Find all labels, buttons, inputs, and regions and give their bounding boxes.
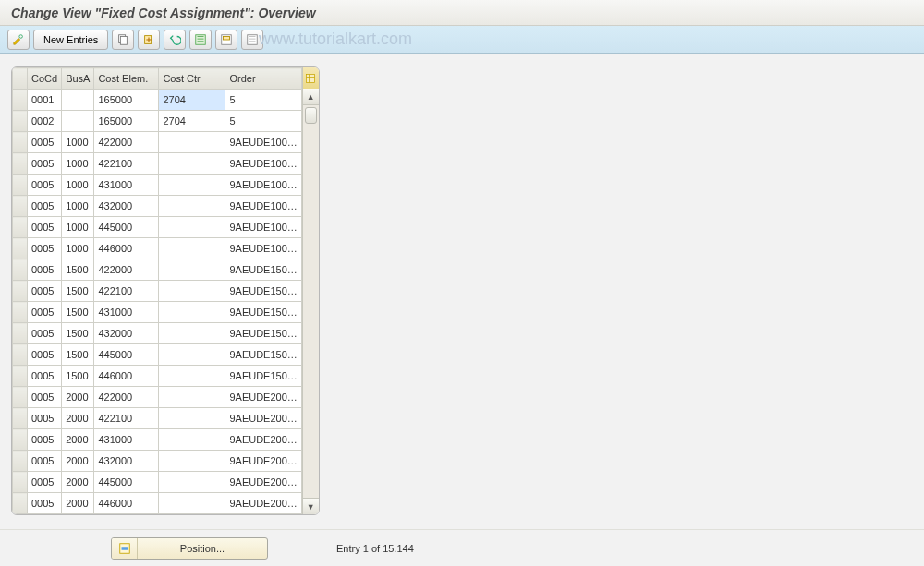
deselect-all-button[interactable] (241, 30, 263, 50)
cell-cctr[interactable] (159, 344, 225, 366)
vertical-scrollbar[interactable]: ▲ ▼ (302, 89, 319, 514)
cell-busa[interactable]: 1500 (62, 366, 94, 387)
cell-elem[interactable]: 165000 (94, 111, 159, 132)
cell-cocd[interactable]: 0005 (28, 366, 62, 387)
cell-order[interactable]: 9AEUDE200… (225, 429, 301, 451)
cell-cocd[interactable]: 0005 (28, 175, 62, 196)
row-selector[interactable] (13, 472, 28, 493)
cell-elem[interactable]: 431000 (94, 302, 159, 323)
cell-cctr[interactable] (159, 302, 225, 323)
cell-cocd[interactable]: 0005 (28, 281, 62, 302)
cell-elem[interactable]: 422100 (94, 153, 159, 175)
cell-busa[interactable]: 1000 (62, 196, 94, 217)
cell-elem[interactable]: 422000 (94, 387, 159, 408)
table-config-button[interactable] (302, 67, 319, 89)
cell-cocd[interactable]: 0005 (28, 493, 62, 514)
cell-busa[interactable]: 1000 (62, 153, 94, 175)
cell-elem[interactable]: 432000 (94, 451, 159, 472)
cell-busa[interactable]: 2000 (62, 493, 94, 514)
cell-busa[interactable]: 2000 (62, 429, 94, 451)
table-row[interactable]: 000520004220009AEUDE200… (13, 387, 302, 408)
cell-elem[interactable]: 445000 (94, 217, 159, 238)
cell-busa[interactable]: 1500 (62, 281, 94, 302)
cell-cocd[interactable]: 0005 (28, 132, 62, 153)
row-selector[interactable] (13, 111, 28, 132)
cell-busa[interactable]: 2000 (62, 451, 94, 472)
cell-elem[interactable]: 446000 (94, 366, 159, 387)
row-selector[interactable] (13, 281, 28, 302)
new-entries-button[interactable]: New Entries (33, 30, 108, 50)
table-row[interactable]: 000520004450009AEUDE200… (13, 472, 302, 493)
row-selector[interactable] (13, 196, 28, 217)
cell-cctr[interactable] (159, 387, 225, 408)
cell-elem[interactable]: 446000 (94, 493, 159, 514)
cell-busa[interactable]: 1000 (62, 132, 94, 153)
cell-order[interactable]: 5 (225, 90, 301, 111)
cell-order[interactable]: 9AEUDE100… (225, 153, 301, 175)
cell-elem[interactable]: 422100 (94, 408, 159, 429)
row-selector[interactable] (13, 153, 28, 175)
cell-busa[interactable] (62, 111, 94, 132)
row-selector[interactable] (13, 387, 28, 408)
cell-busa[interactable]: 2000 (62, 387, 94, 408)
row-selector[interactable] (13, 259, 28, 281)
cell-cocd[interactable]: 0005 (28, 259, 62, 281)
table-row[interactable]: 000510004320009AEUDE100… (13, 196, 302, 217)
table-row[interactable]: 000510004221009AEUDE100… (13, 153, 302, 175)
cell-cocd[interactable]: 0005 (28, 323, 62, 344)
cell-order[interactable]: 9AEUDE200… (225, 387, 301, 408)
cell-elem[interactable]: 431000 (94, 175, 159, 196)
scroll-up-button[interactable]: ▲ (303, 89, 319, 105)
table-row[interactable]: 000515004310009AEUDE150… (13, 302, 302, 323)
cell-cctr[interactable] (159, 259, 225, 281)
cell-cctr[interactable] (159, 238, 225, 259)
table-row[interactable]: 000216500027045 (13, 111, 302, 132)
row-selector[interactable] (13, 302, 28, 323)
cell-cctr[interactable] (159, 153, 225, 175)
select-all-button[interactable] (189, 30, 212, 50)
cell-order[interactable]: 9AEUDE200… (225, 451, 301, 472)
table-row[interactable]: 000520004320009AEUDE200… (13, 451, 302, 472)
cell-elem[interactable]: 445000 (94, 344, 159, 366)
table-row[interactable]: 000515004450009AEUDE150… (13, 344, 302, 366)
cell-order[interactable]: 9AEUDE100… (225, 132, 301, 153)
row-selector[interactable] (13, 429, 28, 451)
cell-order[interactable]: 9AEUDE150… (225, 344, 301, 366)
cell-cocd[interactable]: 0005 (28, 217, 62, 238)
cell-cctr[interactable]: 2704 (159, 90, 225, 111)
cell-cctr[interactable] (159, 366, 225, 387)
cell-elem[interactable]: 165000 (94, 90, 159, 111)
cell-cocd[interactable]: 0002 (28, 111, 62, 132)
cell-order[interactable]: 9AEUDE100… (225, 217, 301, 238)
table-row[interactable]: 000510004310009AEUDE100… (13, 175, 302, 196)
cell-elem[interactable]: 422000 (94, 132, 159, 153)
cell-cctr[interactable] (159, 281, 225, 302)
cell-cctr[interactable] (159, 451, 225, 472)
row-selector[interactable] (13, 323, 28, 344)
table-row[interactable]: 000515004320009AEUDE150… (13, 323, 302, 344)
cell-order[interactable]: 5 (225, 111, 301, 132)
cell-order[interactable]: 9AEUDE200… (225, 493, 301, 514)
cell-cctr[interactable] (159, 472, 225, 493)
cell-busa[interactable]: 1500 (62, 302, 94, 323)
cell-elem[interactable]: 446000 (94, 238, 159, 259)
undo-button[interactable] (164, 30, 186, 50)
cell-cctr[interactable] (159, 196, 225, 217)
table-row[interactable]: 000520004460009AEUDE200… (13, 493, 302, 514)
cell-cctr[interactable]: 2704 (159, 111, 225, 132)
scroll-thumb[interactable] (305, 107, 317, 124)
cell-busa[interactable]: 1500 (62, 344, 94, 366)
column-cost-ctr[interactable]: Cost Ctr (159, 68, 225, 90)
table-row[interactable]: 000515004220009AEUDE150… (13, 259, 302, 281)
cell-busa[interactable]: 2000 (62, 472, 94, 493)
copy-button[interactable] (112, 30, 134, 50)
cell-cocd[interactable]: 0005 (28, 344, 62, 366)
row-selector[interactable] (13, 238, 28, 259)
row-selector[interactable] (13, 217, 28, 238)
cell-order[interactable]: 9AEUDE200… (225, 472, 301, 493)
cell-busa[interactable]: 1000 (62, 217, 94, 238)
column-order[interactable]: Order (225, 68, 301, 90)
table-row[interactable]: 000520004221009AEUDE200… (13, 408, 302, 429)
table-row[interactable]: 000510004450009AEUDE100… (13, 217, 302, 238)
column-cocd[interactable]: CoCd (28, 68, 62, 90)
